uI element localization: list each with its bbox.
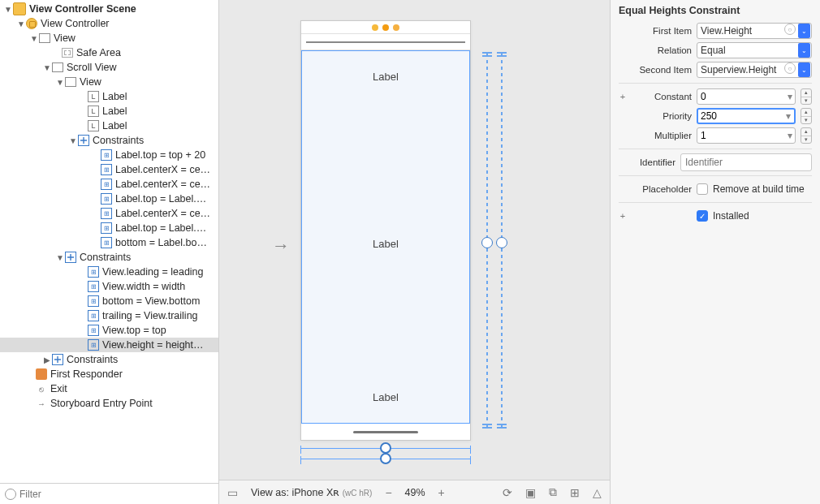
scene-row[interactable]: View Controller Scene: [0, 2, 218, 16]
disclosure-icon[interactable]: [68, 136, 78, 145]
priority-stepper[interactable]: ▴▾: [801, 108, 812, 124]
scroll-constraints-row[interactable]: Constraints: [0, 250, 218, 265]
constant-label: Constant: [632, 92, 692, 101]
entrypoint-row[interactable]: → Storyboard Entry Point: [0, 396, 218, 411]
constraints-icon: [65, 252, 76, 263]
constraint-row[interactable]: ⊞Label.centerX = ce…: [0, 206, 218, 221]
disclosure-icon[interactable]: [42, 63, 52, 72]
relation-select[interactable]: Equal ⌄: [697, 42, 812, 58]
priority-field[interactable]: [701, 110, 786, 122]
chevron-down-icon[interactable]: ⌄: [798, 62, 810, 77]
multiplier-stepper[interactable]: ▴▾: [801, 127, 812, 144]
root-constraints-row[interactable]: ▶ Constraints: [0, 352, 218, 367]
canvas-label[interactable]: Label: [302, 391, 469, 403]
constraint-row[interactable]: ⊞View.height = height…: [0, 338, 218, 352]
constraints-icon: [52, 354, 63, 365]
disclosure-icon[interactable]: ▶: [42, 355, 52, 364]
hide-outline-icon[interactable]: ▭: [227, 486, 238, 499]
exit-icon: ⎋: [36, 383, 47, 394]
height-constraint-rail[interactable]: [497, 54, 507, 427]
inner-constraints-row[interactable]: Constraints: [0, 133, 218, 148]
device-mockup[interactable]: Label Label Label: [300, 20, 471, 441]
constraint-row[interactable]: ⊞bottom = View.bottom: [0, 294, 218, 308]
constraint-handle-icon[interactable]: [380, 442, 391, 454]
first-item-select[interactable]: View.Height ○⌄: [697, 23, 812, 39]
scrollview-row[interactable]: Scroll View: [0, 60, 218, 75]
chevron-down-icon[interactable]: ⌄: [798, 43, 810, 58]
innerview-label: View: [80, 76, 101, 88]
safearea-row[interactable]: Safe Area: [0, 45, 218, 60]
priority-input[interactable]: ▾: [697, 108, 796, 124]
constraint-row[interactable]: ⊞Label.top = Label.…: [0, 192, 218, 206]
align-icon[interactable]: ⧉: [549, 485, 557, 499]
disclosure-icon[interactable]: [55, 78, 65, 87]
label-icon: L: [88, 106, 99, 117]
constraint-row[interactable]: ⊞Label.top = Label.…: [0, 221, 218, 235]
multiplier-input[interactable]: ▾: [697, 127, 796, 144]
installed-row: + ✓ Installed: [611, 206, 820, 226]
pin-icon[interactable]: ⊞: [570, 486, 580, 499]
resolve-icon[interactable]: △: [593, 486, 602, 499]
embed-icon[interactable]: ▣: [525, 486, 536, 499]
first-responder-row[interactable]: First Responder: [0, 367, 218, 381]
constraint-row[interactable]: ⊞View.leading = leading: [0, 265, 218, 279]
first-item-value: View.Height: [701, 25, 752, 37]
constraint-row[interactable]: ⊞Label.top = top + 20: [0, 148, 218, 162]
view-as-label[interactable]: View as: iPhone Xʀ (wC hR): [251, 486, 372, 498]
add-variant-icon[interactable]: +: [619, 92, 627, 101]
label-row[interactable]: L Label: [0, 104, 218, 118]
label-row[interactable]: L Label: [0, 89, 218, 104]
disclosure-icon[interactable]: [29, 34, 39, 43]
chevron-down-icon[interactable]: ⌄: [798, 24, 810, 38]
scene-titlebar[interactable]: [301, 34, 470, 50]
zoom-value[interactable]: 49%: [405, 487, 425, 498]
zoom-in-icon[interactable]: +: [438, 486, 445, 499]
constraint-handle-icon[interactable]: [496, 237, 507, 248]
canvas-label[interactable]: Label: [302, 71, 469, 83]
innerview-row[interactable]: View: [0, 75, 218, 89]
identifier-input[interactable]: [680, 153, 812, 171]
exit-row[interactable]: ⎋ Exit: [0, 381, 218, 396]
update-frames-icon[interactable]: ⟳: [503, 486, 512, 499]
constraint-row[interactable]: ⊞View.top = top: [0, 323, 218, 338]
second-item-select[interactable]: Superview.Height ○⌄: [697, 62, 812, 78]
height-constraint-rail[interactable]: [482, 54, 492, 427]
constraint-row[interactable]: ⊞Label.centerX = ce…: [0, 177, 218, 192]
canvas-label[interactable]: Label: [302, 238, 469, 250]
disclosure-icon[interactable]: [55, 253, 65, 262]
disclosure-icon[interactable]: [3, 5, 13, 14]
clear-icon[interactable]: ○: [784, 62, 796, 74]
constraint-icon: ⊞: [101, 237, 112, 248]
scene-icon: [13, 2, 26, 15]
canvas[interactable]: → Label Label Label: [219, 0, 611, 504]
content-view[interactable]: Label Label Label: [301, 50, 470, 424]
installed-checkbox[interactable]: ✓: [697, 210, 708, 222]
constraint-row[interactable]: ⊞trailing = View.trailing: [0, 308, 218, 323]
constraint-handle-icon[interactable]: [481, 237, 493, 248]
clear-icon[interactable]: ○: [784, 24, 796, 35]
constraint-text: View.leading = leading: [102, 266, 204, 278]
zoom-out-icon[interactable]: −: [385, 486, 391, 499]
constraint-icon: ⊞: [101, 179, 112, 190]
label-row[interactable]: L Label: [0, 118, 218, 133]
constant-field[interactable]: [697, 91, 788, 102]
constraint-row[interactable]: ⊞Label.centerX = ce…: [0, 162, 218, 177]
safearea-icon: [62, 48, 73, 58]
rootview-row[interactable]: View: [0, 31, 218, 45]
disclosure-icon[interactable]: [16, 19, 26, 28]
constraint-row[interactable]: ⊞bottom = Label.bo…: [0, 235, 218, 250]
filter-icon[interactable]: [5, 489, 16, 500]
add-variant-icon[interactable]: +: [619, 211, 627, 221]
placeholder-checkbox[interactable]: [697, 183, 708, 195]
constraint-text: Label.top = Label.…: [115, 222, 206, 234]
multiplier-field[interactable]: [697, 130, 788, 141]
constraint-handle-icon[interactable]: [380, 453, 391, 464]
firstresponder-label: First Responder: [50, 368, 123, 380]
label-icon: L: [88, 120, 99, 131]
constraint-row[interactable]: ⊞View.width = width: [0, 279, 218, 294]
constant-input[interactable]: ▾: [697, 88, 796, 105]
filter-input[interactable]: [19, 489, 214, 500]
view-as-text: View as: iPhone Xʀ: [251, 487, 339, 498]
vc-row[interactable]: View Controller: [0, 16, 218, 31]
constant-stepper[interactable]: ▴▾: [801, 88, 812, 105]
